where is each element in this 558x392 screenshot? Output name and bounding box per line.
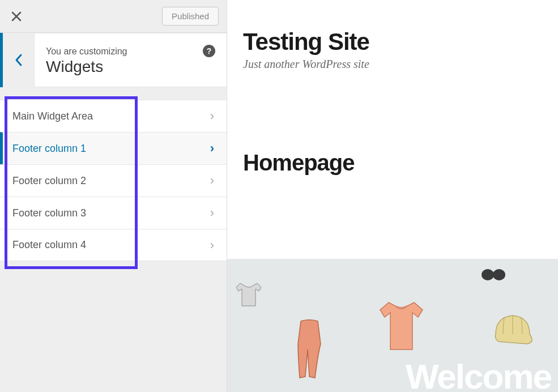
back-button[interactable] bbox=[0, 33, 34, 87]
svg-point-0 bbox=[482, 269, 494, 280]
customizing-label: You are customizing bbox=[46, 46, 215, 57]
site-title: Testing Site bbox=[243, 28, 542, 56]
section-title: Widgets bbox=[46, 58, 215, 76]
widget-area-label: Footer column 4 bbox=[12, 239, 86, 251]
customizer-topbar: Published bbox=[0, 0, 227, 33]
publish-button[interactable]: Published bbox=[162, 7, 219, 25]
widget-area-label: Footer column 3 bbox=[12, 207, 86, 219]
close-button[interactable] bbox=[8, 8, 25, 25]
page-title: Homepage bbox=[227, 150, 558, 176]
widget-area-item[interactable]: Main Widget Area › bbox=[0, 100, 227, 132]
widget-area-item[interactable]: Footer column 2 › bbox=[0, 164, 227, 197]
pants-illustration bbox=[289, 316, 332, 384]
close-icon bbox=[11, 11, 22, 22]
hero-banner: Welcome bbox=[227, 259, 558, 392]
sunglasses-illustration bbox=[480, 266, 507, 284]
tshirt-illustration bbox=[232, 279, 266, 310]
widget-area-label: Footer column 2 bbox=[12, 175, 86, 187]
chevron-right-icon: › bbox=[210, 206, 214, 220]
customizer-sidebar: Published You are customizing Widgets ? … bbox=[0, 0, 227, 392]
section-header-panel: You are customizing Widgets ? bbox=[34, 33, 227, 87]
svg-point-1 bbox=[493, 269, 505, 280]
help-button[interactable]: ? bbox=[203, 45, 215, 57]
widget-area-item[interactable]: Footer column 1 › bbox=[0, 132, 227, 164]
widget-area-list: Main Widget Area › Footer column 1 › Foo… bbox=[0, 100, 227, 261]
cap-illustration bbox=[487, 309, 538, 351]
widget-area-label: Main Widget Area bbox=[12, 110, 93, 122]
widget-area-item[interactable]: Footer column 4 › bbox=[0, 229, 227, 261]
site-tagline: Just another WordPress site bbox=[243, 58, 542, 71]
section-header: You are customizing Widgets ? bbox=[0, 33, 227, 87]
chevron-right-icon: › bbox=[210, 109, 214, 123]
chevron-left-icon bbox=[15, 53, 23, 67]
chevron-right-icon: › bbox=[210, 141, 214, 156]
help-icon: ? bbox=[207, 46, 212, 56]
hero-welcome-text: Welcome bbox=[406, 356, 551, 392]
chevron-right-icon: › bbox=[210, 173, 214, 188]
widget-area-label: Footer column 1 bbox=[12, 143, 86, 155]
tshirt-illustration bbox=[374, 296, 428, 358]
preview-header: Testing Site Just another WordPress site bbox=[227, 0, 558, 82]
chevron-right-icon: › bbox=[210, 238, 214, 253]
widget-area-item[interactable]: Footer column 3 › bbox=[0, 197, 227, 229]
site-preview: Testing Site Just another WordPress site… bbox=[227, 0, 558, 392]
